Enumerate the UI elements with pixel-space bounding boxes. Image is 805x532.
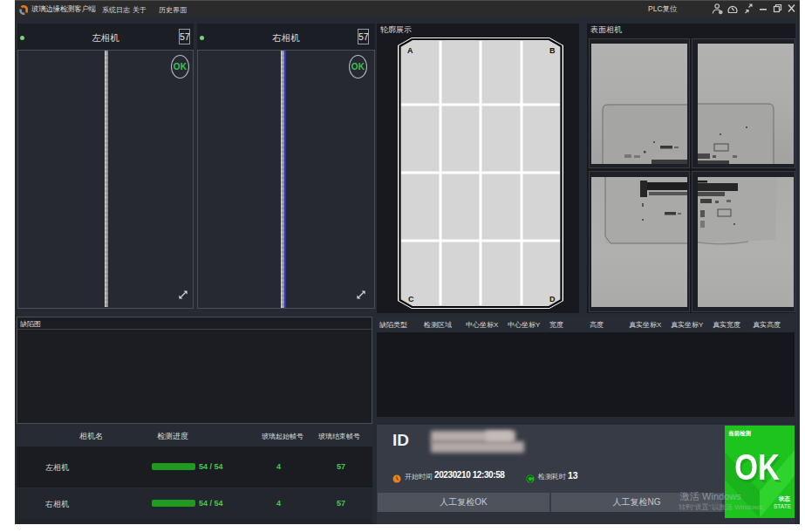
svg-text:C: C: [408, 295, 414, 304]
svg-text:D: D: [549, 295, 556, 304]
svg-text:B: B: [549, 46, 556, 55]
svg-text:A: A: [407, 46, 413, 55]
